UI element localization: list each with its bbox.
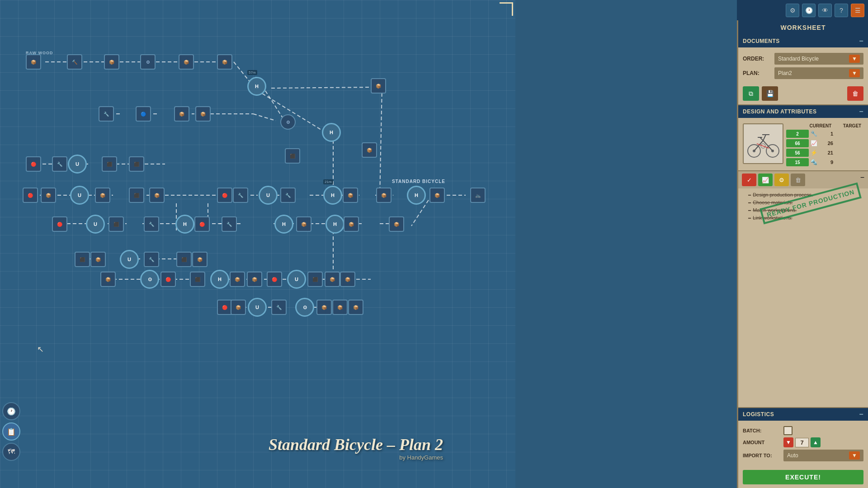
eye-icon-btn[interactable]: 👁	[818, 4, 832, 17]
node-r6-5[interactable]: 📦	[192, 252, 208, 267]
map-icon-btn[interactable]: 🗺	[2, 443, 20, 461]
node-r7-6[interactable]: 🔴	[267, 272, 282, 287]
node-r4-6[interactable]: 🔧	[233, 188, 248, 203]
plan-dropdown[interactable]: Plan2 ▼	[774, 67, 863, 79]
node-r5-5[interactable]: 🔧	[222, 216, 237, 232]
node-r4-0[interactable]: 🔴	[23, 188, 38, 203]
node-r6-4[interactable]: ⬛	[176, 252, 192, 267]
hub-11[interactable]: H	[326, 215, 344, 234]
checklist-tab-chart[interactable]: 📈	[758, 174, 773, 186]
clipboard-icon-btn[interactable]: 📋	[2, 422, 20, 441]
node-r3-1[interactable]: 🔧	[52, 156, 67, 172]
hub-13[interactable]: ⊙	[140, 270, 159, 289]
node-circ-1[interactable]: ⚙	[280, 114, 296, 130]
hub-16[interactable]: U	[248, 298, 267, 317]
amount-decrease-btn[interactable]: ▼	[783, 437, 793, 447]
node-r4-4[interactable]: 📦	[149, 188, 165, 203]
order-dropdown[interactable]: Standard Bicycle ▼	[774, 53, 863, 65]
node-r1-2[interactable]: 🔨	[67, 54, 82, 70]
node-r7-7[interactable]: ⬛	[307, 272, 323, 287]
hub-14[interactable]: H	[210, 270, 229, 289]
hub-1[interactable]: H	[247, 77, 266, 96]
hub-12[interactable]: U	[120, 250, 139, 269]
node-r8-4[interactable]: 📦	[316, 300, 332, 315]
node-r3-2[interactable]: ⬛	[102, 156, 117, 172]
checklist-tab-gear[interactable]: ⚙	[774, 174, 789, 186]
node-r7-5[interactable]: 📦	[247, 272, 262, 287]
batch-checkbox[interactable]	[783, 426, 793, 435]
node-r5-8[interactable]: 📦	[389, 216, 404, 232]
node-r1-4[interactable]: ⚙	[140, 54, 156, 70]
node-r8-1[interactable]: 🔴	[217, 300, 232, 315]
node-circ-2[interactable]: ⬛	[285, 148, 300, 164]
clock-icon-btn[interactable]: 🕐	[2, 402, 20, 420]
clock-icon-btn[interactable]: 🕐	[802, 4, 816, 17]
save-btn[interactable]: 💾	[762, 86, 778, 101]
node-r7-4[interactable]: 📦	[230, 272, 245, 287]
node-r2-3[interactable]: 📦	[174, 106, 189, 122]
node-r4-1[interactable]: 📦	[41, 188, 56, 203]
node-r6-3[interactable]: 🔧	[144, 252, 159, 267]
hub-9[interactable]: H	[175, 215, 194, 234]
node-r1r-1[interactable]: 📦	[371, 78, 386, 94]
node-r6-2[interactable]: 📦	[90, 252, 106, 267]
hub-8[interactable]: U	[86, 215, 105, 234]
checklist-collapse-btn[interactable]: −	[860, 174, 864, 186]
node-r4-8[interactable]: 📦	[343, 188, 358, 203]
node-r8-3[interactable]: 🔧	[271, 300, 287, 315]
execute-button[interactable]: EXECUTE!	[743, 470, 863, 484]
node-r3-3[interactable]: ⬛	[129, 156, 144, 172]
logistics-collapse-btn[interactable]: −	[859, 410, 863, 418]
checklist-tab-trash[interactable]: 🗑	[791, 174, 805, 186]
node-r7-1[interactable]: 📦	[100, 272, 116, 287]
node-r2-4[interactable]: 📦	[195, 106, 211, 122]
node-r4-7[interactable]: 🔧	[280, 188, 296, 203]
node-r4-9[interactable]: 📦	[376, 188, 392, 203]
node-r5-4[interactable]: 🔴	[194, 216, 210, 232]
node-r3-0[interactable]: 🔴	[26, 156, 41, 172]
node-r7-9[interactable]: 📦	[340, 272, 355, 287]
settings-icon-btn[interactable]: ⚙	[786, 4, 799, 17]
node-r1-5[interactable]: 📦	[179, 54, 194, 70]
delete-btn[interactable]: 🗑	[847, 86, 863, 101]
node-r4-10[interactable]: 📦	[429, 188, 445, 203]
node-r2-1[interactable]: 🔧	[99, 106, 114, 122]
node-r7-3[interactable]: ⬛	[190, 272, 205, 287]
node-r4-3[interactable]: ⬛	[129, 188, 144, 203]
menu-icon-btn[interactable]: ☰	[851, 4, 864, 17]
node-r5-2[interactable]: ⬛	[108, 216, 124, 232]
documents-collapse-btn[interactable]: −	[859, 37, 863, 45]
hub-10[interactable]: H	[274, 215, 293, 234]
hub-17[interactable]: ⊙	[295, 298, 314, 317]
node-r8-6[interactable]: 📦	[348, 300, 363, 315]
node-r5-3[interactable]: 🔧	[144, 216, 159, 232]
node-r6-1[interactable]: ⬛	[75, 252, 90, 267]
import-dropdown[interactable]: Auto ▼	[783, 450, 863, 461]
main-canvas[interactable]: RAW WOOD 📦 🔨 📦 ⚙ 📦 📦 H 57m 📦 🔧 🔵 📦 📦 ⚙ H…	[0, 0, 515, 488]
node-r8-5[interactable]: 📦	[332, 300, 348, 315]
node-r5-7[interactable]: 📦	[344, 216, 359, 232]
hub-3[interactable]: U	[68, 155, 87, 174]
node-r4-2[interactable]: 📦	[95, 188, 110, 203]
node-r4-5[interactable]: 🔴	[217, 188, 232, 203]
node-r7-8[interactable]: 📦	[325, 272, 340, 287]
amount-increase-btn[interactable]: ▲	[811, 437, 821, 447]
hub-2[interactable]: H	[322, 123, 341, 142]
node-r2-2[interactable]: 🔵	[136, 106, 151, 122]
design-collapse-btn[interactable]: −	[859, 108, 863, 116]
hub-5[interactable]: U	[259, 186, 278, 205]
node-r7-2[interactable]: 🔴	[160, 272, 176, 287]
node-r1-1[interactable]: 📦	[26, 54, 41, 70]
hub-7[interactable]: H	[407, 186, 426, 205]
node-r8-2[interactable]: 📦	[231, 300, 246, 315]
node-r5-1[interactable]: 🔴	[52, 216, 67, 232]
checklist-tab-check[interactable]: ✓	[742, 174, 756, 186]
hub-6[interactable]: H	[323, 186, 342, 205]
node-r5-6[interactable]: 📦	[296, 216, 311, 232]
copy-btn[interactable]: ⧉	[743, 86, 759, 101]
node-r1-6[interactable]: 📦	[217, 54, 232, 70]
help-icon-btn[interactable]: ?	[835, 4, 848, 17]
node-product[interactable]: 🚲	[470, 188, 486, 203]
hub-4[interactable]: U	[70, 186, 89, 205]
hub-15[interactable]: U	[287, 270, 306, 289]
